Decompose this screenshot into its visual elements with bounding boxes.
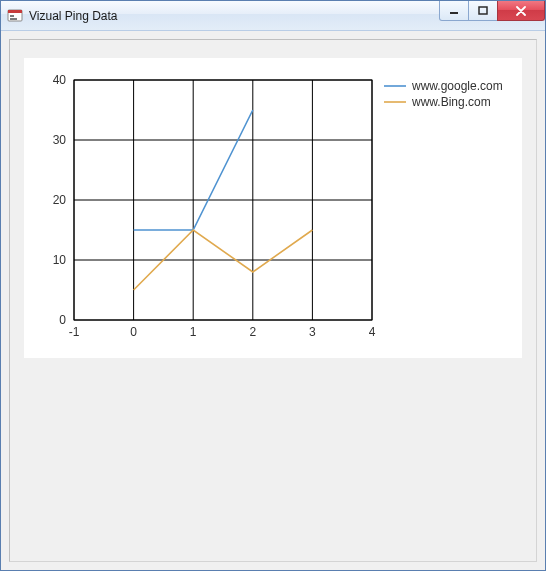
svg-rect-2 [10, 15, 14, 17]
legend-label: www.google.com [411, 79, 503, 93]
chart-area: -101234010203040www.google.comwww.Bing.c… [32, 68, 514, 348]
x-tick-label: 2 [249, 325, 256, 339]
window-title: Vizual Ping Data [29, 9, 118, 23]
minimize-icon [449, 6, 459, 16]
minimize-button[interactable] [439, 1, 469, 21]
chart-svg: -101234010203040www.google.comwww.Bing.c… [32, 68, 512, 348]
y-tick-label: 10 [53, 253, 67, 267]
svg-rect-4 [450, 12, 458, 14]
maximize-icon [478, 6, 488, 16]
x-tick-label: 1 [190, 325, 197, 339]
titlebar[interactable]: Vizual Ping Data [1, 1, 545, 31]
y-tick-label: 30 [53, 133, 67, 147]
x-tick-label: 4 [369, 325, 376, 339]
y-tick-label: 20 [53, 193, 67, 207]
svg-rect-1 [8, 10, 22, 13]
maximize-button[interactable] [468, 1, 498, 21]
chart-panel: -101234010203040www.google.comwww.Bing.c… [24, 58, 522, 358]
x-tick-label: -1 [69, 325, 80, 339]
titlebar-controls [440, 1, 545, 21]
legend-label: www.Bing.com [411, 95, 491, 109]
client-area: -101234010203040www.google.comwww.Bing.c… [1, 31, 545, 570]
svg-rect-3 [10, 18, 17, 20]
y-tick-label: 0 [59, 313, 66, 327]
close-icon [515, 6, 527, 16]
x-tick-label: 0 [130, 325, 137, 339]
svg-rect-5 [479, 7, 487, 14]
y-tick-label: 40 [53, 73, 67, 87]
inner-panel: -101234010203040www.google.comwww.Bing.c… [9, 39, 537, 562]
x-tick-label: 3 [309, 325, 316, 339]
app-icon [7, 8, 23, 24]
app-window: Vizual Ping Data -101234 [0, 0, 546, 571]
close-button[interactable] [497, 1, 545, 21]
